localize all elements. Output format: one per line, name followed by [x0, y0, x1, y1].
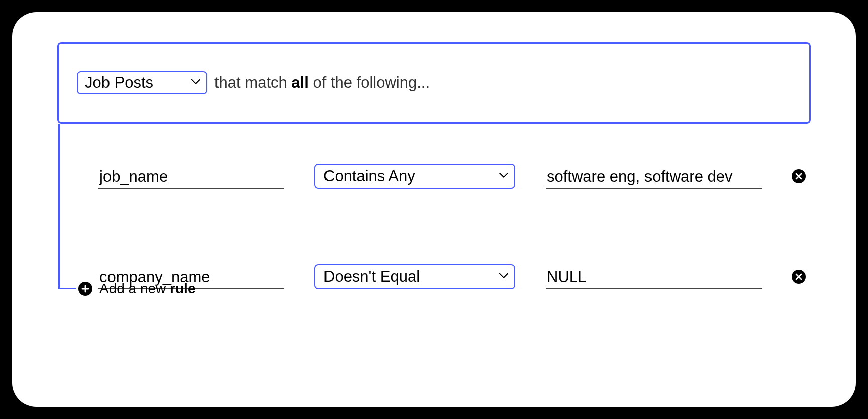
rule-row: Contains Any — [98, 164, 811, 189]
chevron-down-icon — [499, 173, 508, 179]
tree-connector-line — [58, 124, 60, 282]
tree-connector-elbow — [58, 280, 76, 289]
rule-operator-label: Doesn't Equal — [323, 268, 420, 286]
filter-header-description: that match all of the following... — [214, 74, 430, 92]
remove-rule-button[interactable] — [792, 169, 806, 183]
thing-type-select[interactable]: Job Posts — [77, 71, 207, 94]
chevron-down-icon — [191, 79, 200, 85]
desc-suffix: of the following... — [309, 74, 430, 91]
add-rule-label: Add a new rule — [99, 281, 195, 297]
rule-value-input[interactable] — [546, 166, 762, 189]
desc-bold: all — [291, 74, 308, 91]
rule-operator-label: Contains Any — [323, 167, 415, 185]
remove-rule-button[interactable] — [792, 270, 806, 284]
chevron-down-icon — [499, 273, 508, 279]
plus-icon — [78, 282, 92, 296]
rule-operator-select[interactable]: Contains Any — [314, 164, 515, 189]
filter-header-box: Job Posts that match all of the followin… — [57, 42, 811, 124]
rules-list: Contains Any Doesn't Equal — [58, 124, 811, 289]
close-icon — [792, 169, 806, 183]
add-rule-prefix: Add a new — [99, 281, 170, 296]
thing-type-selected-label: Job Posts — [85, 74, 153, 92]
close-icon — [792, 270, 806, 284]
filter-builder-card: Job Posts that match all of the followin… — [12, 12, 856, 407]
rule-operator-select[interactable]: Doesn't Equal — [314, 264, 515, 289]
rule-field-input[interactable] — [98, 166, 284, 189]
rule-row: Doesn't Equal — [98, 264, 811, 289]
add-rule-bold: rule — [170, 281, 195, 296]
desc-prefix: that match — [214, 74, 291, 91]
add-rule-button[interactable]: Add a new rule — [78, 281, 195, 297]
rules-tree: Contains Any Doesn't Equal — [58, 124, 811, 289]
rule-value-input[interactable] — [546, 266, 762, 289]
